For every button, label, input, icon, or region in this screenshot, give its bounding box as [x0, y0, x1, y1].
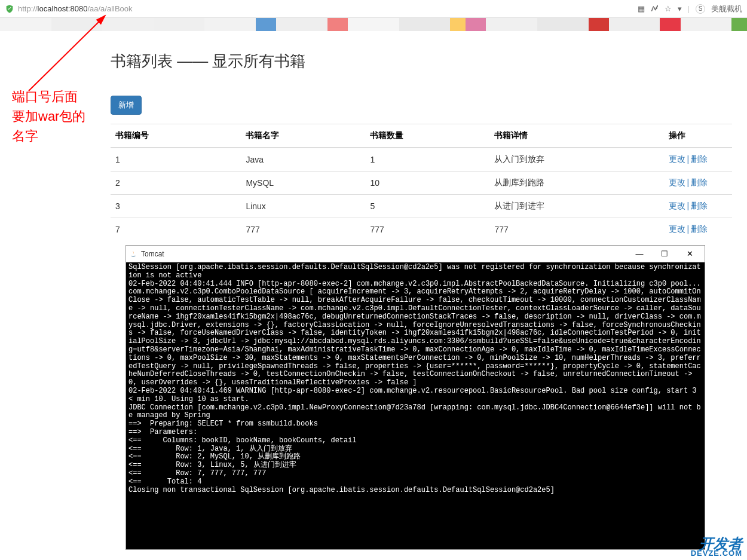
- url-text[interactable]: http://localhost:8080/aa/a/allBook: [18, 4, 133, 13]
- cell-count: 10: [365, 172, 489, 195]
- terminal-body[interactable]: SqlSession [org.apache.ibatis.session.de…: [126, 262, 705, 549]
- cell-id: 7: [111, 218, 241, 241]
- star-icon[interactable]: ☆: [665, 4, 672, 13]
- minimize-button[interactable]: —: [627, 247, 652, 261]
- cell-count: 1: [365, 148, 489, 172]
- browser-toolbar-right: ▦ 🗲 ☆ ▾ | S 美舰截机: [638, 4, 742, 14]
- cell-ops: 更改|删除: [664, 172, 732, 195]
- cell-ops: 更改|删除: [664, 218, 732, 241]
- cell-name: 777: [241, 218, 365, 241]
- cell-detail: 从入门到放弃: [489, 148, 663, 172]
- delete-link[interactable]: 删除: [691, 178, 708, 187]
- table-row: 7777777777更改|删除: [111, 218, 732, 241]
- annotation-text: 端口号后面 要加war包的 名字: [12, 87, 85, 146]
- th-detail: 书籍详情: [489, 124, 663, 148]
- close-button[interactable]: ✕: [677, 247, 702, 261]
- th-id: 书籍编号: [111, 124, 241, 148]
- cell-ops: 更改|删除: [664, 148, 732, 172]
- terminal-titlebar[interactable]: Tomcat — ☐ ✕: [126, 246, 705, 262]
- edit-link[interactable]: 更改: [669, 154, 685, 164]
- table-header-row: 书籍编号 书籍名字 书籍数量 书籍详情 操作: [111, 124, 732, 148]
- s-icon[interactable]: S: [696, 4, 705, 14]
- ext-label[interactable]: 美舰截机: [711, 4, 742, 14]
- delete-link[interactable]: 删除: [691, 201, 708, 210]
- java-icon: [128, 249, 138, 259]
- maximize-button[interactable]: ☐: [652, 247, 677, 261]
- add-button[interactable]: 新增: [111, 96, 142, 115]
- page-title: 书籍列表 —— 显示所有书籍: [111, 51, 732, 72]
- cell-name: Linux: [241, 195, 365, 218]
- cell-id: 3: [111, 195, 241, 218]
- cell-count: 5: [365, 195, 489, 218]
- delete-link[interactable]: 删除: [691, 154, 708, 164]
- cell-detail: 从删库到跑路: [489, 172, 663, 195]
- th-count: 书籍数量: [365, 124, 489, 148]
- watermark: 开发者 DEVZE.COM: [691, 537, 742, 557]
- shield-icon: [5, 4, 14, 14]
- edit-link[interactable]: 更改: [669, 178, 685, 187]
- address-bar: http://localhost:8080/aa/a/allBook ▦ 🗲 ☆…: [0, 0, 747, 18]
- cell-name: MySQL: [241, 172, 365, 195]
- th-name: 书籍名字: [241, 124, 365, 148]
- th-ops: 操作: [664, 124, 732, 148]
- cell-detail: 从进门到进牢: [489, 195, 663, 218]
- terminal-window: Tomcat — ☐ ✕ SqlSession [org.apache.ibat…: [125, 245, 705, 550]
- table-row: 2MySQL10从删库到跑路更改|删除: [111, 172, 732, 195]
- table-row: 1Java1从入门到放弃更改|删除: [111, 148, 732, 172]
- bolt-icon[interactable]: 🗲: [651, 4, 659, 13]
- cell-name: Java: [241, 148, 365, 172]
- bookmark-color-strip: [0, 18, 747, 31]
- books-table: 书籍编号 书籍名字 书籍数量 书籍详情 操作 1Java1从入门到放弃更改|删除…: [111, 124, 732, 241]
- cell-ops: 更改|删除: [664, 195, 732, 218]
- cell-detail: 777: [489, 218, 663, 241]
- delete-link[interactable]: 删除: [691, 224, 708, 234]
- edit-link[interactable]: 更改: [669, 224, 685, 234]
- chevron-down-icon[interactable]: ▾: [678, 4, 682, 13]
- table-row: 3Linux5从进门到进牢更改|删除: [111, 195, 732, 218]
- qr-icon[interactable]: ▦: [638, 4, 645, 13]
- cell-id: 1: [111, 148, 241, 172]
- cell-id: 2: [111, 172, 241, 195]
- cell-count: 777: [365, 218, 489, 241]
- edit-link[interactable]: 更改: [669, 201, 685, 210]
- terminal-title: Tomcat: [141, 250, 164, 258]
